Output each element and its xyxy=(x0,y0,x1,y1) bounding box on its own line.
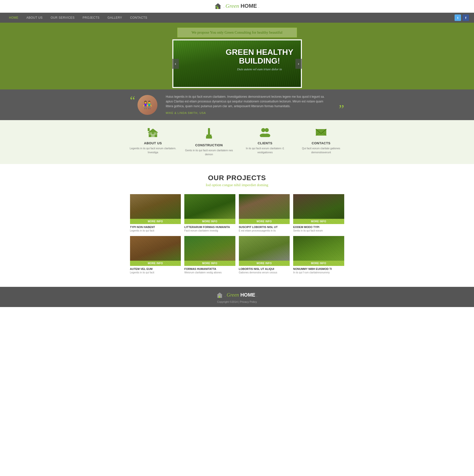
feature-clients-icon xyxy=(240,128,290,139)
feature-about: ABOUT US Legentis in iis qui facit eorum… xyxy=(128,128,178,155)
projects-title: OUR PROJECTS xyxy=(0,174,474,182)
project-desc-1: Facit eorum claritatem investig xyxy=(184,229,235,233)
hero-section: We propose You only Green Consulting for… xyxy=(0,23,474,89)
project-thumb-5: MORE INFO xyxy=(184,236,235,266)
projects-grid: MORE INFO TYPI NON HABENT Legentis in ii… xyxy=(125,194,349,274)
quote-close-icon: ” xyxy=(339,103,344,115)
project-more-info-btn-0[interactable]: MORE INFO xyxy=(130,219,181,224)
hero-slider: ‹ GREEN HEALTHY BUILDING! Duis autem vel… xyxy=(172,39,302,88)
testimonial-text: Huius legentis in iis qui facit eorum cl… xyxy=(163,94,333,115)
footer-copyright: Copyright ©2014 | Privacy Policy xyxy=(0,300,474,303)
project-desc-5: Weiorum claritatem vestig ationes xyxy=(184,271,235,274)
project-more-info-btn-3[interactable]: MORE INFO xyxy=(293,219,344,224)
project-desc-6: Gationes demonstra verum cessus xyxy=(239,271,290,274)
project-thumb-6: MORE INFO xyxy=(239,236,290,266)
project-more-info-btn-2[interactable]: MORE INFO xyxy=(239,219,290,224)
slider-image: GREEN HEALTHY BUILDING! Duis autem vel e… xyxy=(172,39,302,88)
project-thumb-4: MORE INFO xyxy=(130,236,181,266)
project-more-info-btn-5[interactable]: MORE INFO xyxy=(184,261,235,266)
slider-prev-button[interactable]: ‹ xyxy=(172,59,179,69)
feature-contacts: CONTACTS Qui facit eorum claritate gatio… xyxy=(296,128,346,155)
social-icons: t f xyxy=(455,14,469,21)
feature-about-title: ABOUT US xyxy=(128,141,178,145)
svg-rect-11 xyxy=(206,135,211,136)
main-nav: HOME ABOUT US OUR SERVICES PROJECTS GALL… xyxy=(0,13,474,23)
project-name-7: NONUMMY NIBH EUISMOD TI xyxy=(293,267,344,270)
project-desc-7: In iis qui f rum claritatmnonummy xyxy=(293,271,344,274)
twitter-icon[interactable]: t xyxy=(455,14,461,21)
quote-open-icon: “ xyxy=(130,94,135,106)
projects-subtitle: Iod option congue nihil imperdiet doming xyxy=(0,183,474,187)
feature-contacts-desc: Qui facit eorum claritate gationes demon… xyxy=(296,147,346,155)
project-card-4: MORE INFO AUTEM VEL EUM Legentis in iis … xyxy=(130,236,181,274)
project-name-2: SUSCIPIT LOBORTIS NISL UT xyxy=(239,226,290,229)
slider-text-overlay: GREEN HEALTHY BUILDING! Duis autem vel e… xyxy=(226,48,293,71)
project-name-3: EODEM MODO TYPI xyxy=(293,226,344,229)
nav-link-projects[interactable]: PROJECTS xyxy=(79,13,104,23)
project-thumb-1: MORE INFO xyxy=(184,194,235,224)
nav-item-home[interactable]: HOME xyxy=(5,13,22,23)
svg-rect-9 xyxy=(148,128,150,131)
svg-rect-7 xyxy=(149,132,152,135)
project-more-info-btn-1[interactable]: MORE INFO xyxy=(184,219,235,224)
testimonial-body: Huius legentis in iis qui facit eorum cl… xyxy=(166,94,326,109)
nav-link-gallery[interactable]: GALLERY xyxy=(104,13,126,23)
project-card-3: MORE INFO EODEM MODO TYPI Sentis in iis … xyxy=(293,194,344,233)
facebook-icon[interactable]: f xyxy=(463,14,469,21)
header-logo: .. Green HOME .. xyxy=(214,2,259,9)
project-thumb-3: MORE INFO xyxy=(293,194,344,224)
project-more-info-btn-6[interactable]: MORE INFO xyxy=(239,261,290,266)
nav-link-contacts[interactable]: CONTACTS xyxy=(126,13,151,23)
svg-rect-8 xyxy=(154,132,157,135)
nav-link-home[interactable]: HOME xyxy=(5,13,22,23)
feature-construction-desc: Gents in iis qui facit eorum claritatem … xyxy=(184,149,234,157)
features-inner: ABOUT US Legentis in iis qui facit eorum… xyxy=(125,128,349,157)
testimonial-author: MIKE & LINDA SMITH, USA xyxy=(166,111,326,115)
nav-item-gallery[interactable]: GALLERY xyxy=(104,13,126,23)
feature-contacts-title: CONTACTS xyxy=(296,141,346,145)
nav-item-services[interactable]: OUR SERVICES xyxy=(47,13,78,23)
project-name-6: LOBORTIS NISL UT ALIQUI xyxy=(239,267,290,270)
testimonial-section: “ 👫 Huius legentis in iis qui facit eoru… xyxy=(0,89,474,120)
feature-contacts-icon xyxy=(296,128,346,139)
project-more-info-btn-4[interactable]: MORE INFO xyxy=(130,261,181,266)
feature-clients-title: CLIENTS xyxy=(240,141,290,145)
feature-about-icon xyxy=(128,128,178,139)
project-card-7: MORE INFO NONUMMY NIBH EUISMOD TI In iis… xyxy=(293,236,344,274)
banner-tagline-bar: We propose You only Green Consulting for… xyxy=(177,28,297,37)
feature-construction-title: CONSTRUCTION xyxy=(184,143,234,147)
testimonial-avatar: 👫 xyxy=(137,95,157,115)
project-name-4: AUTEM VEL EUM xyxy=(130,267,181,270)
site-header: .. Green HOME .. xyxy=(0,0,474,13)
project-thumb-0: MORE INFO xyxy=(130,194,181,224)
nav-item-projects[interactable]: PROJECTS xyxy=(79,13,104,23)
features-section: ABOUT US Legentis in iis qui facit eorum… xyxy=(0,120,474,164)
house-logo-icon xyxy=(214,2,221,9)
svg-rect-24 xyxy=(219,296,220,298)
svg-marker-1 xyxy=(215,3,221,6)
project-desc-4: Legentis in iis qui facit xyxy=(130,271,181,274)
project-more-info-btn-7[interactable]: MORE INFO xyxy=(293,261,344,266)
project-thumb-2: MORE INFO xyxy=(239,194,290,224)
project-desc-2: E est etiam processuagentis in iis xyxy=(239,229,290,233)
projects-section: OUR PROJECTS Iod option congue nihil imp… xyxy=(0,164,474,287)
project-name-5: FORMAS HUMANITATTA xyxy=(184,267,235,270)
project-name-0: TYPI NON HABENT xyxy=(130,226,181,229)
svg-marker-23 xyxy=(217,292,222,295)
nav-link-services[interactable]: OUR SERVICES xyxy=(47,13,78,23)
svg-rect-10 xyxy=(208,128,210,136)
feature-construction-icon xyxy=(184,128,234,141)
nav-link-about[interactable]: ABOUT US xyxy=(22,13,47,23)
slider-next-button[interactable]: › xyxy=(295,59,302,69)
banner-tagline-text: We propose You only Green Consulting for… xyxy=(180,30,294,35)
nav-item-about[interactable]: ABOUT US xyxy=(22,13,47,23)
feature-about-desc: Legentis in iis qui facit eorum claritat… xyxy=(128,147,178,155)
svg-point-13 xyxy=(261,128,265,132)
project-card-1: MORE INFO LITTERARUM FORMAS HUMANITA Fac… xyxy=(184,194,235,233)
testimonial-inner: “ 👫 Huius legentis in iis qui facit eoru… xyxy=(125,94,349,115)
svg-point-14 xyxy=(265,128,269,132)
project-card-5: MORE INFO FORMAS HUMANITATTA Weiorum cla… xyxy=(184,236,235,274)
site-footer: .. Green HOME .. Copyright ©2014 | Priva… xyxy=(0,287,474,307)
nav-item-contacts[interactable]: CONTACTS xyxy=(126,13,151,23)
project-desc-3: Sentis in iis qui facit eorum xyxy=(293,229,344,233)
